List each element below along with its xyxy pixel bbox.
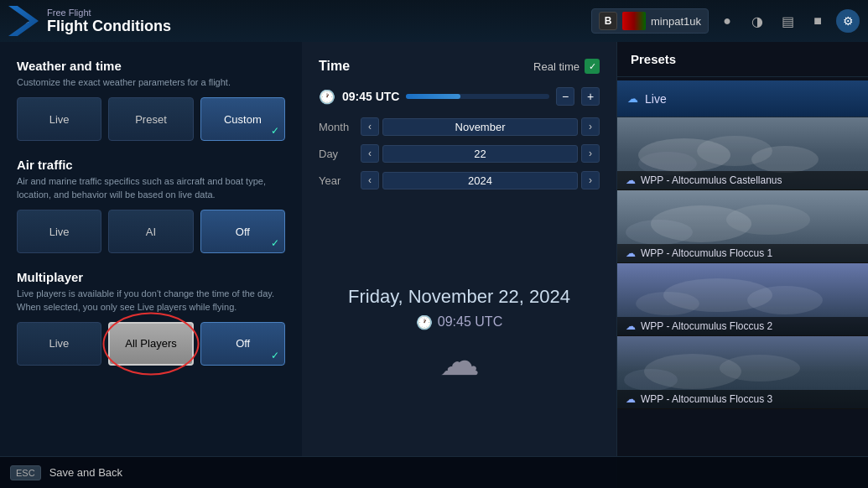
weather-preset-option[interactable]: Preset [108,97,193,141]
app-branding: ► Free Flight Flight Conditions [8,6,171,36]
day-prev-button[interactable]: ‹ [361,144,379,163]
preset-cloud-item-4[interactable]: ☁ WPP - Altocumulus Floccus 3 [617,336,868,409]
weather-option-row: Live Preset Custom ✓ [17,97,285,141]
air-traffic-section: Air traffic Air and marine traffic speci… [17,158,285,253]
current-time-row: 🕐 09:45 UTC [416,314,502,330]
air-traffic-option-row: Live AI Off ✓ [17,210,285,253]
clock-icon: 🕐 [319,89,335,105]
time-slider[interactable] [406,94,549,99]
day-label: Day [319,148,361,160]
svg-point-9 [747,286,823,314]
top-bar: ► Free Flight Flight Conditions B minpat… [0,0,868,42]
time-increase-button[interactable]: + [581,87,600,106]
presets-list: ☁ Live ☁ WPP - Altocumulus Castellanus [617,77,868,488]
time-decrease-button[interactable]: − [556,87,574,106]
day-row: Day ‹ 22 › [319,144,600,163]
multiplayer-section: Multiplayer Live players is available if… [17,270,285,366]
month-value: November [382,118,578,136]
year-value: 2024 [382,172,578,189]
multiplayer-allplayers-option[interactable]: All Players [108,322,195,366]
preset-cloud-item-2[interactable]: ☁ WPP - Altocumulus Floccus 1 [617,190,868,263]
app-title-block: Free Flight Flight Conditions [47,8,171,35]
username: minpat1uk [651,15,701,28]
multiplayer-desc: Live players is available if you don't c… [17,288,285,314]
multiplayer-off-option[interactable]: Off ✓ [200,322,285,366]
preset-live-item[interactable]: ☁ Live [617,80,868,117]
air-off-option[interactable]: Off ✓ [200,210,285,253]
current-date-display: Friday, November 22, 2024 🕐 09:45 UTC ☁ [319,198,600,471]
chat-icon[interactable]: ▤ [776,9,799,33]
preset-cloud-icon-2: ☁ [626,247,636,259]
air-traffic-title: Air traffic [17,158,285,172]
month-next-button[interactable]: › [581,117,600,136]
month-label: Month [319,121,361,133]
day-value: 22 [382,145,578,163]
preset-cloud-item-3[interactable]: ☁ WPP - Altocumulus Floccus 2 [617,263,868,336]
weather-section: Weather and time Customize the exact wea… [17,59,285,141]
top-bar-right: B minpat1uk ● ◑ ▤ ■ ⚙ [591,8,860,34]
people-icon[interactable]: ◑ [746,9,769,33]
time-value: 09:45 UTC [342,90,399,103]
puzzle-icon[interactable]: ■ [806,9,829,33]
day-next-button[interactable]: › [581,144,600,163]
preset-cloud-icon-1: ☁ [626,174,636,186]
preset-cloud-text-1: WPP - Altocumulus Castellanus [641,174,782,186]
center-panel: Time Real time ✓ 🕐 09:45 UTC − + Month ‹… [302,42,616,488]
time-slider-fill [406,94,460,99]
weather-section-title: Weather and time [17,59,285,73]
esc-key-label: ESC [10,465,41,480]
time-title: Time [319,59,350,74]
real-time-checkbox[interactable]: ✓ [585,59,600,74]
weather-custom-option[interactable]: Custom ✓ [200,97,285,141]
app-subtitle: Free Flight [47,8,171,18]
presets-header: Presets [617,42,868,77]
svg-point-2 [751,146,819,173]
real-time-label: Real time [533,60,580,73]
preset-cloud-label-1: ☁ WPP - Altocumulus Castellanus [617,171,868,189]
time-header: Time Real time ✓ [319,59,600,74]
month-row: Month ‹ November › [319,117,600,136]
settings-icon[interactable]: ⚙ [836,9,860,33]
svg-point-12 [624,369,678,391]
air-off-check: ✓ [271,237,279,249]
multiplayer-live-option[interactable]: Live [17,322,101,366]
preset-cloud-icon-3: ☁ [626,320,636,332]
app-title: Flight Conditions [47,18,171,35]
preset-cloud-icon-4: ☁ [626,393,636,405]
year-label: Year [319,174,361,187]
badge-letter: B [599,12,617,30]
preset-cloud-label-2: ☁ WPP - Altocumulus Floccus 1 [617,244,868,262]
preset-live-cloud-icon: ☁ [627,92,638,105]
air-ai-option[interactable]: AI [108,210,193,253]
time-input-row: 🕐 09:45 UTC − + [319,87,600,106]
save-back-button[interactable]: Save and Back [49,466,122,479]
air-traffic-desc: Air and marine traffic specifics such as… [17,175,285,201]
preset-cloud-item-1[interactable]: ☁ WPP - Altocumulus Castellanus [617,117,868,190]
multiplayer-off-check: ✓ [271,350,279,361]
svg-point-8 [636,292,699,315]
current-time-value: 09:45 UTC [438,314,502,330]
main-content: Weather and time Customize the exact wea… [0,42,868,488]
month-prev-button[interactable]: ‹ [361,117,379,136]
weather-section-desc: Customize the exact weather parameters f… [17,76,285,89]
preset-cloud-text-3: WPP - Altocumulus Floccus 2 [641,320,772,332]
year-nav: ‹ 2024 › [361,171,600,189]
air-live-option[interactable]: Live [17,210,101,253]
weather-live-option[interactable]: Live [17,97,101,141]
user-avatar [622,12,646,30]
real-time-row: Real time ✓ [533,59,600,74]
year-next-button[interactable]: › [581,171,600,189]
right-panel: Presets ☁ Live ☁ WPP [616,42,868,488]
logo-arrow-icon: ► [8,6,39,36]
bottom-bar: ESC Save and Back [0,456,868,488]
weather-custom-check: ✓ [271,125,279,137]
year-prev-button[interactable]: ‹ [361,171,379,189]
preset-cloud-text-4: WPP - Altocumulus Floccus 3 [641,393,772,405]
bell-icon[interactable]: ● [715,9,739,33]
preset-cloud-text-2: WPP - Altocumulus Floccus 1 [641,247,772,259]
preset-cloud-label-3: ☁ WPP - Altocumulus Floccus 2 [617,317,868,335]
multiplayer-title: Multiplayer [17,270,285,284]
preset-cloud-label-4: ☁ WPP - Altocumulus Floccus 3 [617,390,868,408]
day-nav: ‹ 22 › [361,144,600,163]
preset-live-label: Live [645,92,667,106]
